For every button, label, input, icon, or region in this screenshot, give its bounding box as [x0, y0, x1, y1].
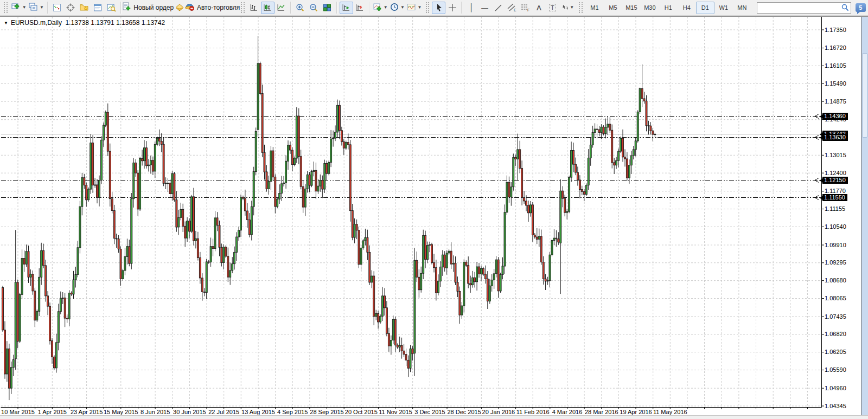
timeframe-m5[interactable]: M5 [604, 2, 622, 14]
chart-title: ▼EURUSD.m,Daily 1.13738 1.13791 1.13658 … [4, 19, 165, 27]
zoom-in-icon [296, 3, 305, 12]
terminal-button[interactable] [91, 2, 105, 14]
cursor-arrow-icon [435, 3, 443, 12]
hline-price-tag: 1.13630 [822, 134, 848, 141]
line-chart-icon [277, 3, 285, 12]
chart-symbol-period: EURUSD.m,Daily [11, 19, 62, 27]
candlestick-plot[interactable] [0, 17, 868, 415]
timeframe-m15[interactable]: M15 [622, 2, 641, 14]
line-chart-button[interactable] [275, 2, 288, 14]
market-watch-button[interactable] [50, 2, 64, 14]
price-tick-label: 1.09910 [825, 242, 857, 249]
chevron-down-icon: ▼ [400, 5, 405, 10]
autotrading-button[interactable]: Авто-торговля [186, 2, 239, 14]
fibonacci-icon: F [521, 3, 530, 12]
price-tick-label: 1.08065 [825, 295, 857, 302]
trendline-tool[interactable] [492, 2, 505, 14]
indicators-button[interactable]: ▼ [372, 2, 389, 14]
folder-star-icon [80, 3, 89, 12]
vertical-line-tool[interactable]: │ [464, 2, 478, 14]
timeframe-mn[interactable]: MN [733, 2, 751, 14]
timeframe-h4[interactable]: H4 [678, 2, 696, 14]
price-tick-label: 1.15490 [825, 80, 857, 87]
chart-ohlc-quotes: 1.13738 1.13791 1.13658 1.13742 [66, 19, 165, 27]
clock-icon [390, 3, 399, 13]
toolbar-grip[interactable] [241, 2, 245, 13]
horizontal-line-icon: — [481, 3, 488, 12]
toolbar-separator [47, 2, 48, 14]
market-watch-icon [53, 3, 61, 12]
crosshair-button[interactable] [445, 2, 459, 14]
toolbar-separator [290, 2, 291, 14]
price-tick-label: 1.08680 [825, 277, 857, 284]
fibonacci-tool[interactable]: F [519, 2, 532, 14]
text-icon: A [537, 4, 541, 12]
scrollbar-thumb[interactable] [862, 53, 867, 138]
chevron-down-icon: ▼ [570, 5, 574, 10]
terminal-panel-icon [93, 3, 102, 12]
price-tick-label: 1.04345 [825, 403, 857, 410]
candlestick-chart-icon [263, 3, 272, 12]
metatrader-window: ▼ ▼ Новый ордер [0, 0, 868, 419]
price-tick-label: 1.16105 [825, 62, 857, 69]
equidistant-channel-tool[interactable]: E [505, 2, 519, 14]
cursor-button[interactable] [432, 2, 445, 14]
metaeditor-diamond-icon [175, 3, 184, 12]
toolbar-grip[interactable] [4, 2, 8, 13]
horizontal-line-tool[interactable]: — [478, 2, 492, 14]
toolbar-grip[interactable] [579, 2, 583, 13]
bar-chart-icon [250, 3, 258, 12]
crosshair-target-icon [66, 3, 75, 12]
strategy-tester-button[interactable] [105, 2, 118, 14]
arrows-tool[interactable]: ▼ [559, 2, 576, 14]
hline-price-tag: 1.11550 [822, 194, 847, 201]
templates-button[interactable]: ▼ [406, 2, 423, 14]
profiles-button[interactable]: ▼ [28, 2, 45, 14]
autoscroll-button[interactable] [340, 2, 353, 14]
data-window-button[interactable] [64, 2, 78, 14]
timeframe-w1[interactable]: W1 [714, 2, 733, 14]
new-order-icon [122, 2, 131, 13]
price-tick-label: 1.06820 [825, 331, 857, 338]
search-input[interactable] [757, 2, 851, 14]
toolbar-grip[interactable] [426, 2, 430, 13]
search-box [757, 2, 851, 14]
price-tick-label: 1.04960 [825, 385, 857, 392]
svg-text:E: E [514, 8, 516, 12]
navigator-button[interactable] [78, 2, 91, 14]
chart-shift-button[interactable] [353, 2, 367, 14]
vertical-line-icon: │ [469, 3, 473, 12]
zoom-in-button[interactable] [293, 2, 307, 14]
collapse-triangle-icon[interactable]: ▼ [4, 21, 8, 25]
crosshair-icon [448, 3, 457, 12]
bar-chart-button[interactable] [247, 2, 261, 14]
price-tick-label: 1.13015 [825, 152, 857, 159]
price-tick-label: 1.11155 [825, 205, 857, 212]
search-icon[interactable] [841, 4, 849, 11]
new-chart-icon [11, 3, 21, 13]
vertical-scrollbar[interactable] [861, 17, 868, 415]
price-tick-label: 1.09295 [825, 259, 857, 266]
chevron-down-icon: ▼ [22, 5, 27, 10]
tile-windows-button[interactable] [321, 2, 334, 14]
timeframe-h1[interactable]: H1 [659, 2, 678, 14]
new-order-button[interactable]: Новый ордер [124, 2, 173, 14]
price-tick-label: 1.12400 [825, 170, 857, 177]
new-chart-button[interactable]: ▼ [10, 2, 28, 14]
timeframe-d1[interactable]: D1 [696, 2, 714, 14]
price-tick-label: 1.16720 [825, 44, 857, 51]
trendline-icon [494, 4, 502, 12]
timeframe-m30[interactable]: M30 [641, 2, 659, 14]
price-tick-label: 1.14875 [825, 98, 857, 105]
notifications-badge[interactable]: 5 [856, 3, 866, 12]
candlestick-chart-button[interactable] [261, 2, 275, 14]
chevron-down-icon: ▼ [417, 5, 422, 10]
periods-button[interactable]: ▼ [389, 2, 406, 14]
timeframe-m1[interactable]: M1 [585, 2, 604, 14]
text-label-tool[interactable]: T [546, 2, 559, 14]
text-tool[interactable]: A [532, 2, 546, 14]
svg-text:F: F [527, 8, 529, 12]
zoom-out-icon [309, 3, 318, 12]
zoom-out-button[interactable] [307, 2, 321, 14]
new-order-label: Новый ордер [133, 4, 174, 11]
